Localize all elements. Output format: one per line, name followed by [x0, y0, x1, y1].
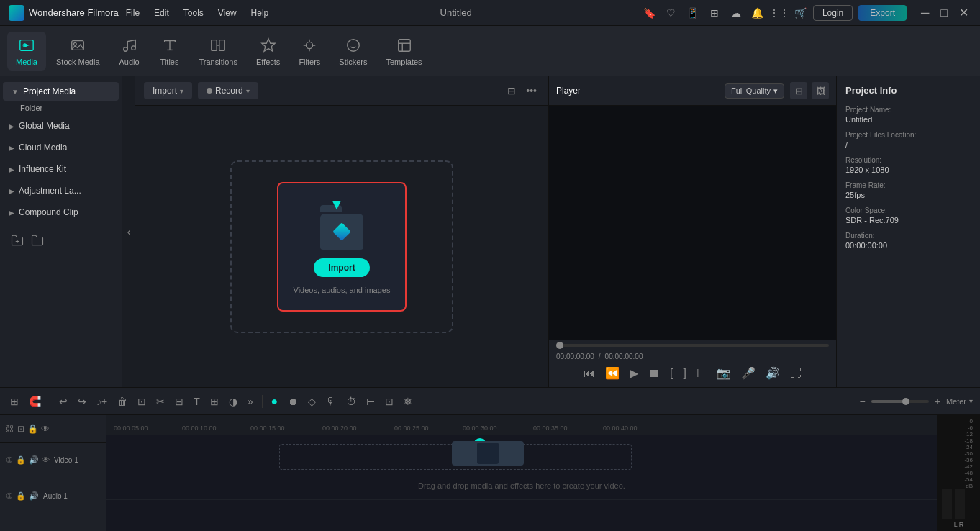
heart-icon[interactable]: ♡: [665, 6, 678, 19]
clip-split-icon[interactable]: ⊢: [695, 365, 708, 381]
toolbar-stickers[interactable]: Stickers: [330, 32, 376, 71]
sidebar-item-folder[interactable]: Folder: [0, 101, 122, 115]
snapshot-icon[interactable]: 📷: [715, 365, 732, 381]
sidebar-item-global-media[interactable]: ▶ Global Media: [0, 115, 122, 137]
toolbar-stock-media[interactable]: Stock Media: [47, 32, 109, 71]
zoom-thumb[interactable]: [902, 398, 909, 405]
mark-out-icon[interactable]: ]: [682, 366, 688, 381]
toolbar-filters[interactable]: Filters: [290, 32, 329, 71]
record-tl-button[interactable]: ⏺: [285, 394, 301, 409]
video-track-lane[interactable]: +: [106, 435, 937, 471]
export-button[interactable]: Export: [858, 5, 907, 21]
undo-button[interactable]: ↩: [56, 394, 71, 409]
sidebar-item-project-media[interactable]: ▼ Project Media: [3, 82, 119, 101]
crop-button[interactable]: ⊡: [135, 394, 149, 409]
video-lock-icon[interactable]: 🔒: [16, 455, 26, 465]
toolbar-templates[interactable]: Templates: [377, 32, 430, 71]
sidebar-wrapper: ▼ Project Media Folder ▶ Global Media ▶ …: [0, 76, 135, 387]
player-tab[interactable]: Player: [556, 86, 581, 96]
import-button[interactable]: Import ▾: [144, 82, 192, 99]
redo-button[interactable]: ↪: [75, 394, 89, 409]
apps-icon[interactable]: ⋮⋮: [773, 6, 786, 19]
magnetic-timeline-button[interactable]: 🧲: [26, 394, 44, 409]
toolbar-titles[interactable]: Titles: [150, 32, 189, 71]
sidebar-collapse-btn[interactable]: ‹: [122, 76, 135, 387]
menu-tools[interactable]: Tools: [183, 8, 204, 18]
zoom-in-button[interactable]: +: [932, 394, 943, 409]
grid-view-icon[interactable]: ⊞: [790, 82, 807, 99]
play-tl-button[interactable]: ●: [268, 394, 281, 409]
sidebar-item-influence-kit[interactable]: ▶ Influence Kit: [0, 158, 122, 180]
menu-edit[interactable]: Edit: [154, 8, 169, 18]
toolbar-media[interactable]: Media: [7, 32, 46, 71]
import-big-button[interactable]: Import: [314, 258, 369, 277]
import-box[interactable]: ▼ Import Videos, audios, and images: [277, 182, 407, 312]
bell-icon[interactable]: 🔔: [751, 6, 764, 19]
cut-button[interactable]: ✂: [153, 394, 168, 409]
sidebar-item-cloud-media[interactable]: ▶ Cloud Media: [0, 137, 122, 158]
text-button[interactable]: T: [191, 394, 203, 409]
zoom-out-button[interactable]: −: [857, 394, 868, 409]
audio-track-lane[interactable]: Drag and drop media and effects here to …: [106, 471, 937, 500]
video-hide-icon[interactable]: 👁: [42, 455, 50, 465]
maximize-button[interactable]: □: [938, 6, 950, 19]
bookmark-icon[interactable]: 🔖: [643, 6, 656, 19]
close-button[interactable]: ✕: [956, 6, 971, 19]
link-icon[interactable]: ⛓: [6, 424, 14, 434]
freeze-button[interactable]: ❄: [401, 394, 415, 409]
sidebar-item-adjustment[interactable]: ▶ Adjustment La...: [0, 180, 122, 201]
record-button[interactable]: Record ▾: [198, 82, 258, 99]
minimize-button[interactable]: ─: [918, 6, 932, 19]
speed-button[interactable]: ⏱: [343, 394, 359, 409]
multicam-button[interactable]: ⊢: [363, 394, 378, 409]
audio-mute-icon[interactable]: 🔊: [29, 491, 39, 501]
toolbar-transitions[interactable]: Transitions: [191, 32, 246, 71]
add-folder-icon[interactable]: [9, 232, 26, 249]
crop2-button[interactable]: ⊞: [207, 394, 222, 409]
scene-detect-button[interactable]: ⊞: [7, 394, 22, 409]
phone-icon[interactable]: 📱: [686, 6, 699, 19]
cart-icon[interactable]: 🛒: [794, 6, 807, 19]
sidebar-item-compound-clip[interactable]: ▶ Compound Clip: [0, 201, 122, 223]
toolbar-effects[interactable]: Effects: [248, 32, 289, 71]
filter-icon[interactable]: ⊟: [504, 83, 519, 98]
play-button[interactable]: ▶: [628, 365, 640, 381]
add-audio-button[interactable]: ♪+: [94, 394, 110, 409]
rewind-button[interactable]: ⏮: [582, 366, 596, 381]
image-view-icon[interactable]: 🖼: [812, 82, 829, 99]
zoom-slider[interactable]: [871, 400, 929, 403]
color-button[interactable]: ◑: [226, 394, 240, 409]
audio-settings-icon[interactable]: 🔊: [764, 365, 781, 381]
eye-icon[interactable]: 👁: [41, 424, 50, 434]
menu-help[interactable]: Help: [251, 8, 269, 18]
more-tl-button[interactable]: »: [245, 394, 256, 409]
mark-in-icon[interactable]: [: [668, 366, 674, 381]
snap-icon[interactable]: ⊡: [17, 424, 24, 434]
more-icon[interactable]: •••: [523, 83, 540, 98]
folder-icon[interactable]: [29, 232, 46, 249]
lock-icon[interactable]: 🔒: [27, 424, 38, 434]
menu-view[interactable]: View: [218, 8, 237, 18]
video-mute-icon[interactable]: 🔊: [29, 455, 39, 465]
step-back-button[interactable]: ⏪: [604, 365, 621, 381]
stop-button[interactable]: ⏹: [647, 366, 661, 381]
audio-lock-icon[interactable]: 🔒: [16, 491, 26, 501]
toolbar-audio[interactable]: Audio: [110, 32, 149, 71]
meter-dropdown-icon[interactable]: ▾: [969, 397, 973, 405]
login-button[interactable]: Login: [813, 5, 853, 21]
ruler-mark-1: 00:00:10:00: [182, 425, 217, 432]
progress-bar[interactable]: [556, 344, 829, 347]
marker-button[interactable]: ◇: [305, 394, 319, 409]
trim-button[interactable]: ⊟: [172, 394, 186, 409]
voiceover-tl-button[interactable]: 🎙: [323, 394, 339, 409]
voiceover-icon[interactable]: 🎤: [740, 365, 757, 381]
progress-thumb[interactable]: [556, 342, 563, 349]
fullscreen-icon[interactable]: ⛶: [789, 366, 803, 381]
cloud-icon[interactable]: ☁: [730, 6, 743, 19]
grid2-icon[interactable]: ⊞: [708, 6, 721, 19]
menu-file[interactable]: File: [126, 8, 140, 18]
delete-button[interactable]: 🗑: [114, 394, 130, 409]
quality-select[interactable]: Full Quality ▾: [725, 83, 784, 99]
clip-placeholder[interactable]: [452, 441, 524, 466]
pip-button[interactable]: ⊡: [382, 394, 396, 409]
